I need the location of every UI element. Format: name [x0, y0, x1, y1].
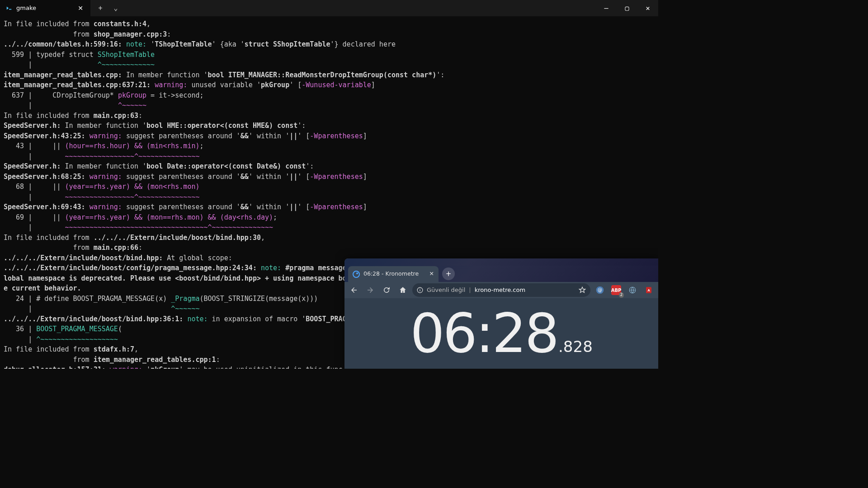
browser-page-content: 06:28 .828 — [344, 298, 658, 369]
svg-text:A: A — [647, 289, 650, 292]
tab-title: gmake — [16, 4, 36, 13]
profile-icon[interactable]: @ — [593, 283, 607, 297]
browser-toolbar: Güvenli değil | krono-metre.com @ ABP 2 … — [344, 282, 658, 298]
terminal-tab[interactable]: gmake ✕ — [0, 0, 90, 16]
terminal-line: SpeedServer.h:43:25: warning: suggest pa… — [4, 131, 655, 141]
terminal-line: | ~~~~~~~~~~~~~~~~~^~~~~~~~~~~~~~~~ — [4, 151, 655, 162]
window-maximize-button[interactable]: ▢ — [617, 0, 637, 16]
stopwatch-display: 06:28 .828 — [410, 306, 593, 361]
tab-dropdown-button[interactable]: ⌄ — [109, 2, 122, 14]
terminal-line: from main.cpp:66: — [4, 243, 655, 253]
new-tab-button[interactable]: + — [94, 2, 107, 14]
address-domain: krono-metre.com — [475, 286, 525, 295]
terminal-line: SpeedServer.h: In member function 'bool … — [4, 161, 655, 172]
terminal-line: SpeedServer.h:69:43: warning: suggest pa… — [4, 202, 655, 212]
forward-button[interactable] — [363, 283, 377, 297]
browser-tabstrip: 06:28 - Kronometre ✕ + — [344, 266, 658, 282]
browser-tab-title: 06:28 - Kronometre — [363, 270, 419, 278]
pdf-extension-icon[interactable]: A — [642, 283, 656, 297]
terminal-line: 637 | CDropItemGroup* pkGroup = it->seco… — [4, 90, 655, 101]
terminal-line: ../../common/tables.h:599:16: note: 'TSh… — [4, 39, 655, 50]
window-minimize-button[interactable]: — — [596, 0, 617, 16]
clock-icon — [353, 271, 360, 278]
info-icon — [417, 287, 423, 293]
browser-tab-close[interactable]: ✕ — [429, 270, 434, 278]
terminal-line: In file included from main.cpp:63: — [4, 111, 655, 121]
stopwatch-main: 06:28 — [410, 306, 557, 361]
stopwatch-millis: .828 — [558, 335, 593, 358]
window-titlebar: gmake ✕ + ⌄ — ▢ ✕ — [0, 0, 658, 16]
terminal-line: | ^~~~~~~ — [4, 100, 655, 111]
terminal-line: item_manager_read_tables.cpp: In member … — [4, 70, 655, 80]
terminal-line: 599 | typedef struct SShopItemTable — [4, 50, 655, 60]
tab-close-button[interactable]: ✕ — [76, 4, 85, 13]
browser-window: 06:28 - Kronometre ✕ + Güvenli değil | k… — [344, 258, 658, 369]
terminal-line: 68 | || (year==rhs.year) && (mon<rhs.mon… — [4, 182, 655, 192]
reload-button[interactable] — [380, 283, 393, 297]
abp-count-badge: 2 — [619, 292, 624, 298]
terminal-line: SpeedServer.h:68:25: warning: suggest pa… — [4, 172, 655, 182]
globe-extension-icon[interactable] — [626, 283, 639, 297]
window-close-button[interactable]: ✕ — [637, 0, 658, 16]
terminal-line: In file included from constants.h:4, — [4, 19, 655, 29]
browser-titlebar-drag[interactable] — [344, 258, 658, 266]
terminal-line: 43 | || (hour==rhs.hour) && (min<rhs.min… — [4, 141, 655, 151]
terminal-line: | ^~~~~~~~~~~~~~ — [4, 60, 655, 70]
address-bar[interactable]: Güvenli değil | krono-metre.com — [412, 283, 590, 297]
terminal-line: In file included from ../../../Extern/in… — [4, 233, 655, 243]
terminal-line: SpeedServer.h: In member function 'bool … — [4, 121, 655, 131]
browser-new-tab-button[interactable]: + — [442, 267, 455, 280]
abp-extension-icon[interactable]: ABP 2 — [609, 283, 623, 297]
star-icon[interactable] — [579, 286, 586, 294]
back-button[interactable] — [347, 283, 361, 297]
terminal-line: | ~~~~~~~~~~~~~~~~~^~~~~~~~~~~~~~~~ — [4, 192, 655, 202]
svg-text:@: @ — [598, 287, 602, 292]
security-status: Güvenli değil — [427, 286, 465, 295]
terminal-line: item_manager_read_tables.cpp:637:21: war… — [4, 80, 655, 90]
terminal-line: | ~~~~~~~~~~~~~~~~~~~~~~~~~~~~~~~~~~~^~~… — [4, 222, 655, 233]
browser-tab[interactable]: 06:28 - Kronometre ✕ — [348, 266, 439, 282]
terminal-line: 69 | || (year==rhs.year) && (mon==rhs.mo… — [4, 212, 655, 223]
home-button[interactable] — [396, 283, 410, 297]
terminal-line: from shop_manager.cpp:3: — [4, 29, 655, 40]
address-divider: | — [469, 286, 471, 295]
powershell-icon — [5, 5, 13, 12]
